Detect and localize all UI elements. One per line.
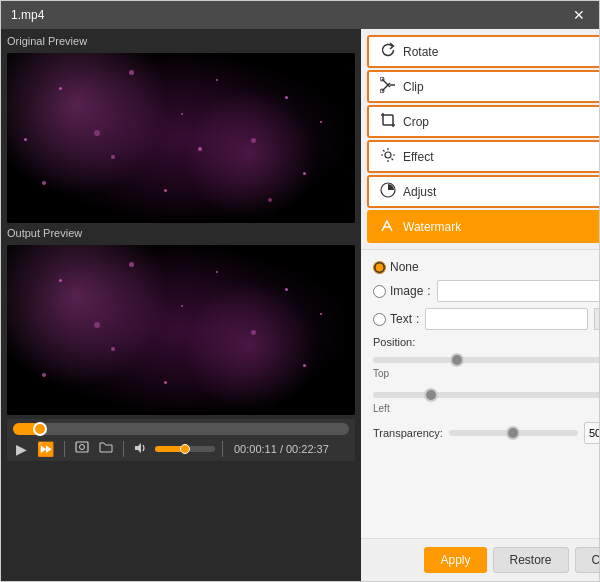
original-video-bg [7,53,355,223]
progress-bar[interactable] [13,423,349,435]
sparkle [164,189,167,192]
position-section: Position: Top Bottom Left Right [373,336,599,414]
svg-rect-0 [76,442,88,452]
cancel-button[interactable]: Cancel [575,547,599,573]
v-slider-container [373,387,599,401]
sparkle [59,87,62,90]
volume-slider[interactable] [155,446,215,452]
main-window: 1.mp4 ✕ Original Preview [0,0,600,582]
apply-button[interactable]: Apply [424,547,486,573]
svg-line-18 [383,150,385,152]
left-panel: Original Preview [1,29,361,581]
fast-forward-button[interactable]: ⏩ [34,441,57,457]
restore-button[interactable]: Restore [493,547,569,573]
sparkle [285,288,288,291]
svg-point-5 [380,77,384,81]
original-preview [7,53,355,223]
clip-icon [379,77,397,96]
sparkle [111,347,115,351]
text-format-buttons: T [594,308,599,330]
sparkle [59,279,62,282]
image-input[interactable] [437,280,599,302]
sparkle [24,138,27,141]
close-button[interactable]: ✕ [569,8,589,22]
h-slider-labels: Top Bottom [373,368,599,379]
horizontal-position-slider[interactable] [373,357,599,363]
crop-button[interactable]: Crop [367,105,599,138]
transparency-dropdown[interactable]: 50% 25% 75% 100% [584,422,599,444]
svg-rect-8 [383,115,393,125]
title-bar: 1.mp4 ✕ [1,1,599,29]
effect-button[interactable]: Effect [367,140,599,173]
divider [222,441,223,457]
output-video-bg [7,245,355,415]
sparkle [268,198,272,202]
crop-icon [379,112,397,131]
watermark-text-row: Text: T [373,308,599,330]
controls-row: ▶ ⏩ [13,440,349,457]
sparkle [216,79,218,81]
position-label: Position: [373,336,599,348]
folder-button[interactable] [96,440,116,457]
h-slider-container [373,352,599,366]
time-display: 00:00:11 / 00:22:37 [234,443,329,455]
watermark-label: Watermark [403,220,461,234]
output-preview [7,245,355,415]
none-label[interactable]: None [373,260,419,274]
watermark-none-row: None [373,260,599,274]
none-radio[interactable] [373,261,386,274]
sparkle [303,172,306,175]
clip-button[interactable]: Clip [367,70,599,103]
svg-point-6 [380,89,384,93]
right-panel: Rotate Clip Crop [361,29,599,581]
crop-label: Crop [403,115,429,129]
vertical-position-slider[interactable] [373,392,599,398]
sparkle [251,138,256,143]
screenshot-button[interactable] [72,440,92,457]
sparkle [320,121,322,123]
divider [123,441,124,457]
watermark-image-row: Image: [373,280,599,302]
sparkle [42,373,46,377]
text-radio[interactable] [373,313,386,326]
v-slider-labels: Left Right [373,403,599,414]
divider [64,441,65,457]
transparency-label: Transparency: [373,427,443,439]
rotate-button[interactable]: Rotate [367,35,599,68]
text-label[interactable]: Text: [373,312,419,326]
text-input[interactable] [425,308,588,330]
sparkle [198,147,202,151]
play-button[interactable]: ▶ [13,441,30,457]
volume-button[interactable] [131,441,151,457]
svg-point-1 [80,445,85,450]
sparkle [216,271,218,273]
progress-thumb[interactable] [33,422,47,436]
adjust-button[interactable]: Adjust [367,175,599,208]
main-content: Original Preview [1,29,599,581]
transparency-row: Transparency: 50% 25% 75% 100% [373,422,599,444]
sparkle [251,330,256,335]
sparkle [164,381,167,384]
sparkle [111,155,115,159]
text-style-button[interactable]: T [594,308,599,330]
volume-thumb [180,444,190,454]
clip-label: Clip [403,80,424,94]
controls-bar: ▶ ⏩ [7,419,355,461]
watermark-button[interactable]: Watermark [367,210,599,243]
watermark-panel: None Image: [361,250,599,538]
adjust-icon [379,182,397,201]
image-label[interactable]: Image: [373,284,431,298]
rotate-icon [379,42,397,61]
svg-marker-2 [135,443,141,453]
bottom-bar: Apply Restore Cancel [361,538,599,581]
toolbar-buttons: Rotate Clip Crop [361,29,599,250]
sparkle [181,113,183,115]
effect-label: Effect [403,150,433,164]
effect-icon [379,147,397,166]
output-preview-label: Output Preview [7,227,355,239]
sparkle [94,130,100,136]
original-preview-label: Original Preview [7,35,355,47]
window-title: 1.mp4 [11,8,44,22]
image-radio[interactable] [373,285,386,298]
transparency-slider[interactable] [449,430,578,436]
